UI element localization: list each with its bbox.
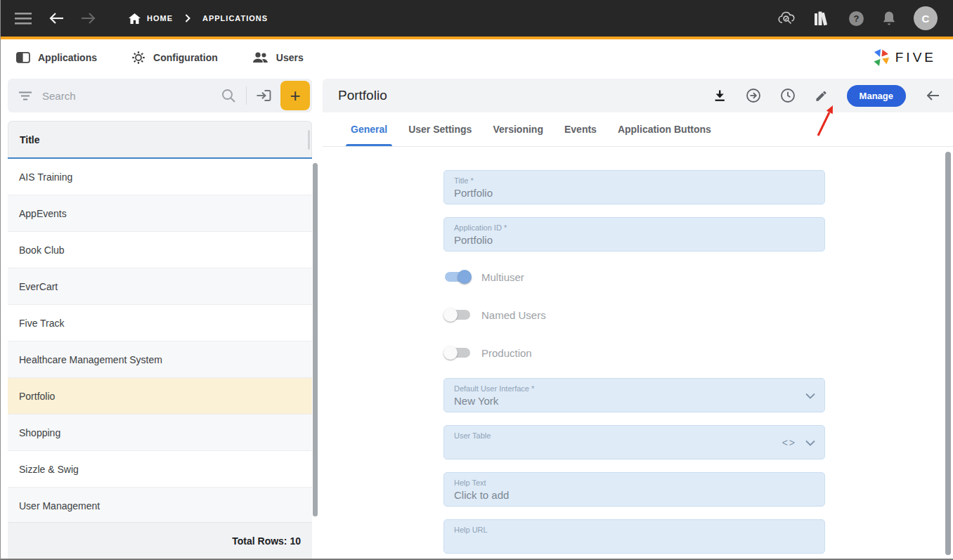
field-value — [454, 442, 815, 455]
breadcrumb-home-label: HOME — [147, 14, 173, 22]
history-clock-icon[interactable] — [780, 88, 796, 103]
user-avatar[interactable]: C — [914, 6, 938, 30]
production-toggle-row: Production — [445, 344, 825, 361]
help-url-field[interactable]: Help URL — [443, 519, 825, 554]
toolbar-tab-users[interactable]: Users — [252, 52, 304, 63]
home-icon — [129, 13, 141, 24]
multiuser-toggle-row: Multiuser — [445, 268, 825, 285]
toolbar-tab-configuration[interactable]: Configuration — [131, 51, 218, 65]
tab-user-settings[interactable]: User Settings — [398, 112, 482, 146]
breadcrumb-home[interactable]: HOME — [129, 13, 173, 24]
breadcrumb-separator-icon — [185, 14, 190, 22]
applications-list-panel: Search + Title AIS Training AppEvents Bo… — [8, 79, 312, 559]
manage-button[interactable]: Manage — [847, 85, 906, 107]
list-column-header[interactable]: Title — [8, 121, 312, 157]
download-icon[interactable] — [713, 89, 727, 103]
import-icon[interactable] — [255, 89, 272, 103]
search-input[interactable]: Search — [42, 90, 221, 102]
list-item[interactable]: Five Track — [8, 305, 312, 341]
list-item[interactable]: Sizzle & Swig — [8, 451, 312, 488]
column-header-title: Title — [20, 134, 40, 145]
detail-header: Portfolio Manage — [323, 79, 953, 112]
list-item[interactable]: Book Club — [8, 232, 312, 268]
multiuser-toggle[interactable] — [445, 272, 470, 282]
field-label: Help URL — [454, 526, 815, 534]
tab-versioning[interactable]: Versioning — [482, 112, 554, 146]
divider — [246, 86, 247, 105]
users-icon — [252, 52, 268, 63]
five-wordmark: FIVE — [895, 50, 936, 65]
list-item[interactable]: Shopping — [8, 415, 312, 451]
chevron-down-icon — [805, 389, 815, 402]
application-id-field[interactable]: Application ID * Portfolio — [443, 217, 825, 252]
list-item[interactable]: AIS Training — [8, 159, 312, 195]
list-item[interactable]: EverCart — [8, 268, 312, 305]
module-toolbar: Applications Configuration Users FIVE — [1, 39, 953, 69]
tab-events[interactable]: Events — [554, 112, 607, 146]
search-bar: Search + — [8, 79, 312, 112]
breadcrumb: HOME APPLICATIONS — [129, 13, 268, 24]
configuration-gear-icon — [131, 51, 145, 65]
svg-text:?: ? — [854, 13, 860, 24]
add-application-button[interactable]: + — [280, 81, 310, 110]
list-footer: Total Rows: 10 — [8, 522, 312, 559]
field-value: Portfolio — [454, 234, 815, 247]
field-label: Application ID * — [454, 223, 815, 232]
toggle-label: Production — [481, 347, 532, 359]
back-arrow-icon[interactable] — [48, 12, 64, 25]
breadcrumb-current[interactable]: APPLICATIONS — [202, 14, 268, 22]
named-users-toggle[interactable] — [445, 310, 470, 320]
application-detail-panel: Portfolio Manage — [323, 79, 953, 559]
list-scrollbar[interactable] — [313, 163, 318, 516]
toolbar-tab-label: Applications — [38, 52, 97, 63]
production-toggle[interactable] — [445, 348, 470, 358]
default-user-interface-select[interactable]: Default User Interface * New York — [443, 378, 825, 412]
field-value: Portfolio — [454, 187, 815, 200]
header-scroll-hint — [308, 130, 310, 150]
notifications-bell-icon[interactable] — [882, 11, 896, 26]
detail-tabs: General User Settings Versioning Events … — [323, 112, 953, 147]
applications-list: AIS Training AppEvents Book Club EverCar… — [8, 157, 312, 524]
user-table-select[interactable]: User Table <> — [443, 425, 825, 460]
field-value — [454, 536, 815, 549]
open-run-icon[interactable] — [746, 88, 761, 103]
five-logo: FIVE — [871, 48, 936, 67]
field-label: Help Text — [454, 478, 815, 487]
code-icon: <> — [782, 437, 796, 448]
app-window: HOME APPLICATIONS ? C — [0, 0, 953, 560]
applications-icon — [16, 52, 30, 63]
toggle-label: Named Users — [481, 309, 546, 321]
toggle-label: Multiuser — [481, 271, 524, 283]
forward-arrow-icon[interactable] — [81, 12, 96, 25]
field-value: New York — [454, 395, 815, 408]
list-item-selected[interactable]: Portfolio — [8, 378, 312, 415]
list-item[interactable]: Healthcare Management System — [8, 341, 312, 378]
toolbar-tab-applications[interactable]: Applications — [16, 52, 97, 63]
library-books-icon[interactable] — [814, 11, 831, 26]
list-item[interactable]: AppEvents — [8, 195, 312, 232]
cloud-inspect-icon[interactable] — [778, 11, 796, 26]
chevron-down-icon — [805, 436, 815, 449]
tab-application-buttons[interactable]: Application Buttons — [607, 112, 722, 146]
title-field[interactable]: Title * Portfolio — [443, 170, 825, 204]
toolbar-tab-label: Users — [276, 52, 304, 63]
help-icon[interactable]: ? — [848, 11, 864, 27]
toolbar-tab-label: Configuration — [153, 52, 218, 63]
edit-pencil-icon[interactable] — [815, 89, 828, 103]
help-text-field[interactable]: Help Text Click to add — [443, 472, 825, 507]
filter-icon[interactable] — [19, 91, 32, 100]
detail-title: Portfolio — [338, 88, 387, 103]
field-label: User Table — [454, 431, 815, 440]
named-users-toggle-row: Named Users — [445, 306, 825, 323]
field-value: Click to add — [454, 489, 815, 502]
field-label: Default User Interface * — [454, 384, 815, 393]
five-pinwheel-icon — [871, 48, 890, 67]
top-navigation-bar: HOME APPLICATIONS ? C — [1, 0, 953, 37]
collapse-panel-arrow-icon[interactable] — [925, 89, 940, 102]
field-label: Title * — [454, 176, 815, 185]
search-icon[interactable] — [221, 89, 236, 103]
content-scrollbar[interactable] — [945, 152, 951, 555]
list-item[interactable]: User Management — [8, 488, 312, 524]
hamburger-menu-icon[interactable] — [15, 13, 32, 25]
tab-general[interactable]: General — [340, 112, 398, 146]
